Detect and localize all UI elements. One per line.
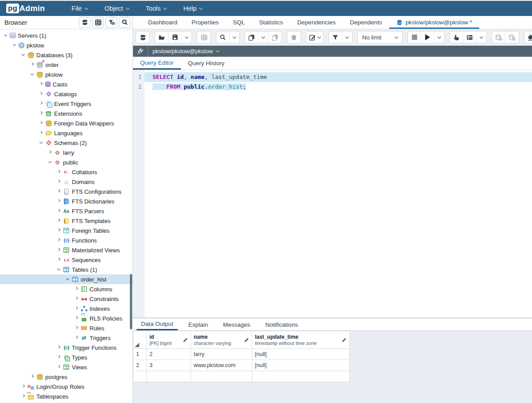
tab-dependencies[interactable]: Dependencies <box>290 16 343 29</box>
tree-item-views[interactable]: Views <box>0 362 133 372</box>
tree-item-triggers[interactable]: ⇄Triggers <box>0 333 133 343</box>
cell-name[interactable]: larry <box>191 349 252 360</box>
tree-item-servers[interactable]: Servers (1) <box>0 31 133 40</box>
open-file-button[interactable] <box>155 31 168 43</box>
tree-item-trigger-functions[interactable]: {≡}Trigger Functions <box>0 343 133 352</box>
table-row[interactable]: 1 2 larry [null] <box>133 349 350 360</box>
tree-item-db-postgres[interactable]: postgres <box>0 372 133 382</box>
tree-item-casts[interactable]: Casts <box>0 79 133 89</box>
explain-button[interactable] <box>450 31 463 43</box>
commit-button-disabled[interactable] <box>492 31 505 43</box>
search-objects-button[interactable] <box>119 17 130 28</box>
menu-object[interactable]: Object <box>105 5 129 12</box>
copy-button[interactable] <box>245 31 258 43</box>
column-header-last-update-time[interactable]: last_update_time timestamp without time … <box>252 331 350 349</box>
tree-item-rules[interactable]: Rules <box>0 323 133 333</box>
tab-dependents[interactable]: Dependents <box>343 16 389 29</box>
select-all-cell[interactable] <box>133 331 147 349</box>
tab-query-editor[interactable]: Query Editor <box>133 57 181 70</box>
cell-name[interactable]: www.pkslow.com <box>191 360 252 371</box>
table-row-empty[interactable] <box>133 371 350 382</box>
tree-item-databases[interactable]: Databases (3) <box>0 50 133 60</box>
row-number[interactable]: 1 <box>133 349 147 360</box>
tree-item-order-hist[interactable]: order_hist <box>0 274 133 284</box>
tree-item-functions[interactable]: {≡}Functions <box>0 235 133 245</box>
tree-item-indexes[interactable]: Indexes <box>0 304 133 313</box>
cell-id[interactable]: 3 <box>147 360 191 371</box>
column-header-id[interactable]: id [PK] bigint <box>147 331 191 349</box>
tree-item-languages[interactable]: Languages <box>0 128 133 138</box>
tab-data-output[interactable]: Data Output <box>137 319 178 330</box>
execute-options-dropdown[interactable] <box>434 31 444 43</box>
cell-empty[interactable] <box>191 371 252 382</box>
tab-properties[interactable]: Properties <box>184 16 226 29</box>
edit-grid-button-disabled[interactable] <box>197 31 211 43</box>
clear-button[interactable] <box>524 31 532 43</box>
new-query-tool-button[interactable] <box>136 31 149 43</box>
menu-help[interactable]: Help <box>183 5 202 12</box>
tree-scrollbar[interactable] <box>130 274 132 329</box>
table-row[interactable]: 2 3 www.pkslow.com [null] <box>133 360 350 371</box>
tree-item-materialized-views[interactable]: Materialized Views <box>0 245 133 255</box>
tree-item-fts-dictionaries[interactable]: FTS Dictionaries <box>0 196 133 206</box>
row-number[interactable]: 2 <box>133 360 147 371</box>
execute-button[interactable] <box>421 31 434 43</box>
tree-item-server-pkslow[interactable]: pkslow <box>0 40 133 50</box>
paste-button-disabled[interactable] <box>268 31 282 43</box>
menu-file[interactable]: File <box>71 5 87 12</box>
tab-dashboard[interactable]: Dashboard <box>141 16 184 29</box>
tree-item-rls-policies[interactable]: RLS Policies <box>0 313 133 323</box>
tab-query-tool-active[interactable]: pkslow/pkslow@pkslow * <box>389 16 479 29</box>
tab-explain[interactable]: Explain <box>184 319 212 330</box>
tree-item-fdw[interactable]: Foreign Data Wrappers <box>0 118 133 128</box>
tree-item-catalogs[interactable]: Catalogs <box>0 89 133 99</box>
rollback-button-disabled[interactable] <box>505 31 519 43</box>
copy-options-dropdown[interactable] <box>258 31 268 43</box>
tree-item-db-order[interactable]: ✕order <box>0 60 133 70</box>
column-header-name[interactable]: name character varying <box>191 331 252 349</box>
tree-item-constraints[interactable]: ▶◀Constraints <box>0 294 133 304</box>
row-limit-select[interactable]: No limit <box>358 31 402 43</box>
find-options-dropdown[interactable] <box>230 31 239 43</box>
cell-last-update-time[interactable]: [null] <box>252 349 350 360</box>
tree-item-event-triggers[interactable]: Event Triggers <box>0 99 133 109</box>
explain-options-dropdown[interactable] <box>477 31 486 43</box>
filter-button[interactable] <box>329 31 342 43</box>
filter-options-dropdown[interactable] <box>342 31 352 43</box>
edit-column-icon[interactable] <box>183 337 188 343</box>
tree-item-extensions[interactable]: Extensions <box>0 109 133 118</box>
delete-button-disabled[interactable] <box>287 31 301 43</box>
menu-tools[interactable]: Tools <box>146 5 167 12</box>
save-file-button[interactable] <box>168 31 182 43</box>
tree-item-tablespaces[interactable]: Tablespaces <box>0 391 133 401</box>
tree-item-collations[interactable]: A↓Collations <box>0 167 133 177</box>
save-options-dropdown[interactable] <box>182 31 192 43</box>
cell-id[interactable]: 2 <box>147 349 191 360</box>
filtered-rows-button[interactable] <box>106 17 117 28</box>
tree-item-domains[interactable]: ⌂Domains <box>0 177 133 187</box>
tab-notifications[interactable]: Notifications <box>261 319 303 330</box>
sql-editor[interactable]: 1 SELECT id, name, last_update_time 2 FR… <box>133 70 532 317</box>
tree-item-types[interactable]: Types <box>0 352 133 362</box>
cell-empty[interactable] <box>252 371 350 382</box>
tab-sql[interactable]: SQL <box>226 16 252 29</box>
tree-item-sequences[interactable]: 1..3Sequences <box>0 255 133 265</box>
stop-button-disabled[interactable] <box>408 31 421 43</box>
cell-empty[interactable] <box>147 371 191 382</box>
tree-item-fts-parsers[interactable]: AaFTS Parsers <box>0 206 133 216</box>
view-data-grid-button[interactable] <box>92 17 104 28</box>
tree-item-schema-public[interactable]: public <box>0 157 133 167</box>
connection-status[interactable] <box>133 46 148 57</box>
edit-button[interactable] <box>306 31 323 43</box>
tab-query-history[interactable]: Query History <box>181 57 232 70</box>
row-number[interactable] <box>133 371 147 382</box>
tree-item-db-pkslow[interactable]: pkslow <box>0 70 133 79</box>
tree-item-fts-configurations[interactable]: FTS Configurations <box>0 187 133 196</box>
edit-column-icon[interactable] <box>341 337 347 343</box>
object-explorer-refresh-button[interactable] <box>79 17 90 28</box>
find-button[interactable] <box>216 31 230 43</box>
tree-item-schemas[interactable]: Schemas (2) <box>0 138 133 148</box>
tree-item-fts-templates[interactable]: FTS Templates <box>0 216 133 226</box>
tree-item-tables[interactable]: Tables (1) <box>0 265 133 274</box>
tree-item-foreign-tables[interactable]: Foreign Tables <box>0 226 133 235</box>
